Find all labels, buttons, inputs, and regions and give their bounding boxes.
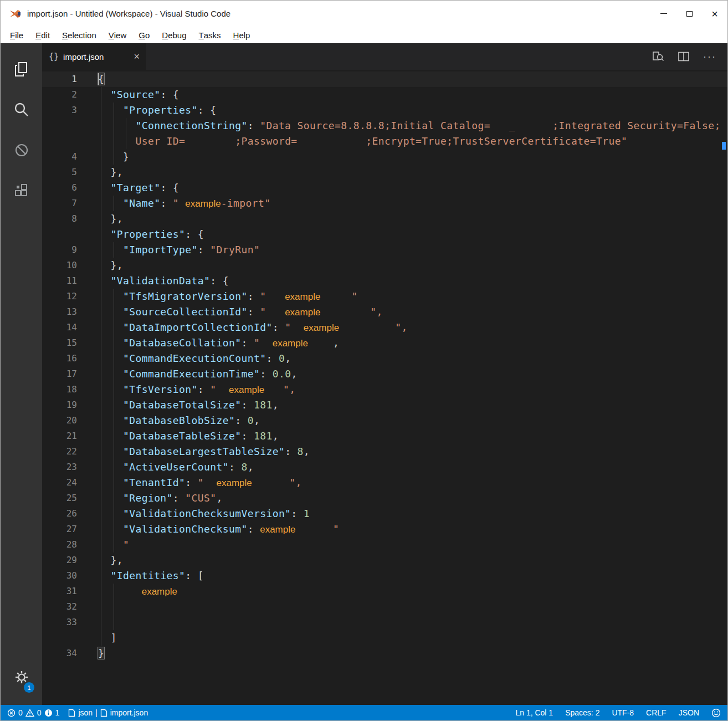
menu-view[interactable]: View [102, 27, 133, 43]
code-line-w4[interactable]: User ID= ;Password= ;Encrypt=True;TrustS… [42, 134, 727, 149]
line-number[interactable]: 23 [42, 459, 98, 475]
activity-debug[interactable] [1, 130, 42, 170]
line-number[interactable]: 32 [42, 599, 98, 615]
line-number[interactable]: 3 [42, 103, 98, 118]
code-line-17[interactable]: 17 "CommandExecutionTime": 0.0, [42, 366, 727, 382]
menu-edit[interactable]: Edit [29, 27, 56, 43]
maximize-button[interactable] [676, 1, 702, 27]
activity-settings[interactable]: 1 [1, 658, 42, 698]
line-number[interactable]: 13 [42, 304, 98, 320]
tab-import-json[interactable]: {} import.json × [42, 43, 146, 70]
code-line-11[interactable]: 11 "ValidationData": { [42, 273, 727, 289]
code-line-w36[interactable]: ] [42, 630, 727, 646]
line-number[interactable]: 18 [42, 382, 98, 397]
code-line-5[interactable]: 5 }, [42, 165, 727, 180]
menu-selection[interactable]: Selection [56, 27, 102, 43]
code-line-28[interactable]: 28 " [42, 537, 727, 553]
code-line-2[interactable]: 2 "Source": { [42, 87, 727, 103]
line-number[interactable]: 15 [42, 335, 98, 351]
line-number[interactable]: 26 [42, 506, 98, 521]
line-number[interactable]: 4 [42, 149, 98, 165]
code-line-31[interactable]: 31 example [42, 584, 727, 599]
line-number[interactable]: 12 [42, 289, 98, 304]
line-number[interactable]: 28 [42, 537, 98, 553]
line-number[interactable]: 19 [42, 397, 98, 413]
code-line-10[interactable]: 10 }, [42, 258, 727, 273]
close-button[interactable]: × [702, 1, 727, 27]
code-line-3[interactable]: 3 "Properties": { [42, 103, 727, 118]
line-number[interactable]: 5 [42, 165, 98, 180]
line-number[interactable]: 22 [42, 444, 98, 459]
code-line-1[interactable]: 1{ [42, 71, 727, 87]
line-number[interactable]: 30 [42, 568, 98, 584]
menu-go[interactable]: Go [132, 27, 156, 43]
code-line-14[interactable]: 14 "DataImportCollectionId": " example "… [42, 320, 727, 335]
line-number[interactable]: 9 [42, 242, 98, 258]
line-number[interactable]: 8 [42, 211, 98, 227]
line-number[interactable]: 6 [42, 180, 98, 196]
activity-extensions[interactable] [1, 170, 42, 211]
status-item-ln-1-col-1[interactable]: Ln 1, Col 1 [515, 708, 553, 717]
line-number[interactable]: 34 [42, 646, 98, 661]
menu-tasks[interactable]: Tasks [193, 27, 227, 43]
code-line-w3[interactable]: "ConnectionString": "Data Source=8.8.8.8… [42, 118, 727, 134]
split-editor-icon[interactable] [678, 50, 690, 63]
line-number[interactable]: 20 [42, 413, 98, 428]
line-number[interactable]: 25 [42, 490, 98, 506]
activity-search[interactable] [1, 89, 42, 130]
code-line-8[interactable]: 8 }, [42, 211, 727, 227]
code-line-24[interactable]: 24 "TenantId": " example ", [42, 475, 727, 490]
code-line-32[interactable]: 32 [42, 599, 727, 615]
line-number[interactable]: 17 [42, 366, 98, 382]
status-item-json[interactable]: JSON [679, 708, 699, 717]
code-line-w10[interactable]: "Properties": { [42, 227, 727, 242]
menu-help[interactable]: Help [227, 27, 257, 43]
line-number[interactable]: 27 [42, 521, 98, 537]
code-line-9[interactable]: 9 "ImportType": "DryRun" [42, 242, 727, 258]
code-line-19[interactable]: 19 "DatabaseTotalSize": 181, [42, 397, 727, 413]
code-line-22[interactable]: 22 "DatabaseLargestTableSize": 8, [42, 444, 727, 459]
code-editor[interactable]: 1{2 "Source": {3 "Properties": { "Connec… [42, 70, 727, 705]
code-line-21[interactable]: 21 "DatabaseTableSize": 181, [42, 428, 727, 444]
activity-explorer[interactable] [1, 49, 42, 89]
problems-indicator[interactable]: 0 0 1 [7, 708, 59, 717]
line-number[interactable]: 31 [42, 584, 98, 599]
minimize-button[interactable] [651, 1, 676, 27]
code-line-27[interactable]: 27 "ValidationChecksum": example " [42, 521, 727, 537]
line-number[interactable]: 1 [42, 71, 98, 87]
code-line-15[interactable]: 15 "DatabaseCollation": " example , [42, 335, 727, 351]
line-number[interactable]: 14 [42, 320, 98, 335]
code-line-33[interactable]: 33 [42, 615, 727, 630]
code-line-29[interactable]: 29 }, [42, 553, 727, 568]
line-number[interactable]: 10 [42, 258, 98, 273]
code-line-6[interactable]: 6 "Target": { [42, 180, 727, 196]
menu-debug[interactable]: Debug [156, 27, 192, 43]
code-line-23[interactable]: 23 "ActiveUserCount": 8, [42, 459, 727, 475]
line-number[interactable]: 24 [42, 475, 98, 490]
code-line-7[interactable]: 7 "Name": " example-import" [42, 196, 727, 211]
code-line-34[interactable]: 34} [42, 646, 727, 661]
code-line-16[interactable]: 16 "CommandExecutionCount": 0, [42, 351, 727, 366]
code-line-13[interactable]: 13 "SourceCollectionId": " example ", [42, 304, 727, 320]
status-item-crlf[interactable]: CRLF [646, 708, 667, 717]
open-preview-icon[interactable] [652, 50, 664, 63]
code-line-4[interactable]: 4 } [42, 149, 727, 165]
code-line-20[interactable]: 20 "DatabaseBlobSize": 0, [42, 413, 727, 428]
line-number[interactable]: 29 [42, 553, 98, 568]
more-actions-icon[interactable]: ··· [703, 51, 716, 63]
tab-close-icon[interactable]: × [134, 51, 140, 63]
smiley-icon[interactable] [711, 708, 721, 718]
code-line-25[interactable]: 25 "Region": "CUS", [42, 490, 727, 506]
line-number[interactable]: 2 [42, 87, 98, 103]
line-number[interactable]: 7 [42, 196, 98, 211]
code-line-30[interactable]: 30 "Identities": [ [42, 568, 727, 584]
code-line-18[interactable]: 18 "TfsVersion": " example ", [42, 382, 727, 397]
status-item-utf-8[interactable]: UTF-8 [612, 708, 634, 717]
active-file-indicator[interactable]: json | import.json [68, 708, 148, 717]
status-item-spaces-2[interactable]: Spaces: 2 [565, 708, 599, 717]
line-number[interactable]: 16 [42, 351, 98, 366]
line-number[interactable]: 11 [42, 273, 98, 289]
code-line-26[interactable]: 26 "ValidationChecksumVersion": 1 [42, 506, 727, 521]
menu-file[interactable]: File [4, 27, 29, 43]
line-number[interactable]: 21 [42, 428, 98, 444]
